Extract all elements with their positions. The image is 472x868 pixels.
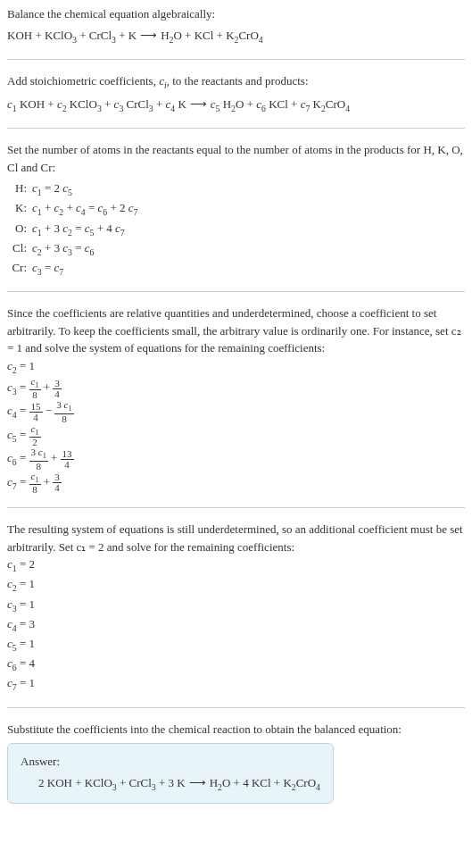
unbalanced-equation: KOH + KClO3 + CrCl3 + K⟶H2O + KCl + K2Cr…	[7, 27, 465, 46]
table-row: O:c1 + 3 c2 = c5 + 4 c7	[7, 220, 465, 239]
answer-box: Answer: 2 KOH + KClO3 + CrCl3 + 3 K⟶H2O …	[7, 743, 334, 804]
c6-final: c6 = 4	[7, 655, 465, 674]
section-answer: Substitute the coefficients into the che…	[7, 721, 465, 804]
element-eq: c1 + c2 + c4 = c6 + 2 c7	[32, 199, 465, 219]
partial-solve-text: Since the coefficients are relative quan…	[7, 305, 465, 357]
c4-eq: c4 = 154 − 3 c18	[7, 400, 465, 423]
c2-final: c2 = 1	[7, 575, 465, 595]
balanced-equation: 2 KOH + KClO3 + CrCl3 + 3 K⟶H2O + 4 KCl …	[21, 774, 320, 794]
c5-final: c5 = 1	[7, 635, 465, 655]
table-row: Cr:c3 = c7	[7, 259, 465, 279]
atom-eq-text: Set the number of atoms in the reactants…	[7, 141, 465, 176]
section-atom-equations: Set the number of atoms in the reactants…	[7, 141, 465, 292]
c2-eq: c2 = 1	[7, 357, 465, 377]
c5-eq: c5 = c12	[7, 424, 465, 447]
final-solve-text: The resulting system of equations is sti…	[7, 521, 465, 555]
section-partial-solve: Since the coefficients are relative quan…	[7, 305, 465, 508]
c6-eq: c6 = 3 c18 + 134	[7, 447, 465, 471]
element-label: O:	[7, 220, 32, 239]
element-eq: c1 + 3 c2 = c5 + 4 c7	[32, 220, 465, 239]
element-eq: c3 = c7	[32, 259, 465, 279]
element-eq: c1 = 2 c5	[32, 179, 465, 199]
table-row: H:c1 = 2 c5	[7, 179, 465, 199]
c3-eq: c3 = c18 + 34	[7, 377, 465, 400]
element-label: Cr:	[7, 259, 32, 279]
element-eq: c2 + 3 c3 = c6	[32, 239, 465, 259]
section-problem: Balance the chemical equation algebraica…	[7, 5, 465, 60]
table-row: K:c1 + c2 + c4 = c6 + 2 c7	[7, 199, 465, 219]
c7-eq: c7 = c18 + 34	[7, 472, 465, 495]
c3-final: c3 = 1	[7, 596, 465, 615]
atom-equations-table: H:c1 = 2 c5 K:c1 + c2 + c4 = c6 + 2 c7 O…	[7, 179, 465, 279]
section-add-coefficients: Add stoichiometric coefficients, ci, to …	[7, 72, 465, 129]
c1-final: c1 = 2	[7, 555, 465, 575]
element-label: K:	[7, 199, 32, 219]
substitute-text: Substitute the coefficients into the che…	[7, 721, 465, 739]
element-label: H:	[7, 179, 32, 199]
table-row: Cl:c2 + 3 c3 = c6	[7, 239, 465, 259]
section-final-solve: The resulting system of equations is sti…	[7, 521, 465, 708]
c7-final: c7 = 1	[7, 674, 465, 694]
coeff-equation: c1 KOH + c2 KClO3 + c3 CrCl3 + c4 K⟶c5 H…	[7, 96, 465, 115]
c4-final: c4 = 3	[7, 615, 465, 635]
element-label: Cl:	[7, 239, 32, 259]
add-coeff-text: Add stoichiometric coefficients, ci, to …	[7, 72, 465, 92]
answer-label: Answer:	[21, 753, 320, 771]
problem-text: Balance the chemical equation algebraica…	[7, 5, 465, 23]
